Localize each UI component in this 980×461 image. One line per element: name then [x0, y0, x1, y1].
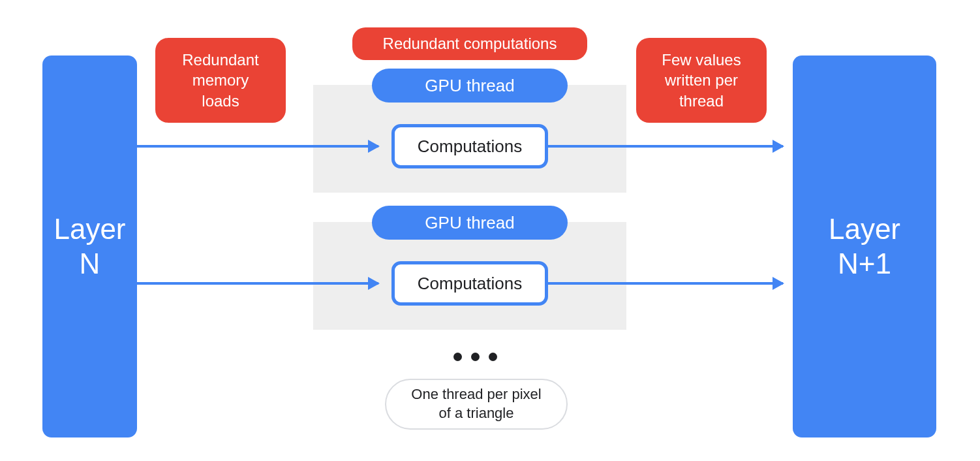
callout-redundant-computations: Redundant computations: [352, 27, 587, 60]
callout-redundant-memory: Redundant memory loads: [155, 38, 286, 123]
arrow-comp-1-to-right: [548, 145, 783, 148]
layer-n1-label: Layer N+1: [829, 212, 900, 281]
layer-n1-box: Layer N+1: [793, 56, 936, 437]
callout-few-values-text: Few values written per thread: [662, 50, 741, 111]
arrow-comp-2-to-right: [548, 282, 783, 285]
ellipsis-dots: [453, 353, 497, 361]
callout-redundant-computations-text: Redundant computations: [383, 33, 557, 54]
callout-redundant-memory-text: Redundant memory loads: [182, 50, 258, 111]
layer-n-box: Layer N: [42, 56, 137, 437]
dot-icon: [453, 353, 462, 361]
arrow-left-to-comp-1: [137, 145, 378, 148]
layer-n-label: Layer N: [54, 212, 125, 281]
callout-few-values: Few values written per thread: [636, 38, 767, 123]
arrow-left-to-comp-2: [137, 282, 378, 285]
computations-box-1: Computations: [391, 124, 548, 168]
dot-icon: [471, 353, 480, 361]
dot-icon: [489, 353, 497, 361]
gpu-thread-label-2: GPU thread: [425, 213, 514, 233]
computations-label-1: Computations: [418, 136, 522, 157]
footer-note-pill: One thread per pixel of a triangle: [385, 379, 568, 430]
gpu-thread-pill-2: GPU thread: [372, 206, 568, 240]
gpu-thread-pill-1: GPU thread: [372, 69, 568, 103]
gpu-thread-label-1: GPU thread: [425, 76, 514, 96]
footer-note-text: One thread per pixel of a triangle: [411, 385, 541, 422]
computations-label-2: Computations: [418, 274, 522, 294]
computations-box-2: Computations: [391, 261, 548, 306]
